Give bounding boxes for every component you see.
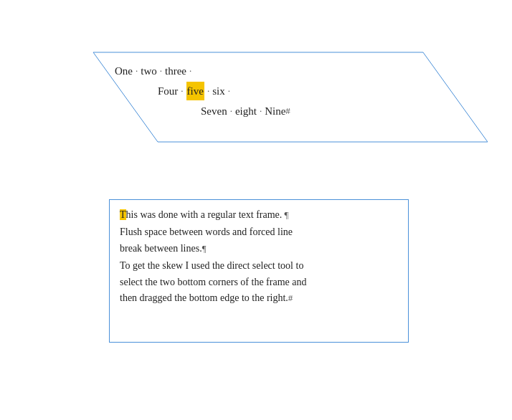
skewed-row-2: Four · five · six · bbox=[158, 82, 459, 100]
hash-1: # bbox=[285, 102, 290, 120]
text-frame-paragraph-5: select the two bottom corners of the fra… bbox=[120, 275, 398, 290]
tilde-7: · bbox=[230, 102, 232, 120]
hash-2: # bbox=[288, 292, 293, 303]
pilcrow-1: ¶ bbox=[282, 209, 288, 220]
text-frame-paragraph-1: This was done with a regular text frame.… bbox=[120, 207, 398, 223]
tilde-6: · bbox=[228, 82, 230, 100]
text-line-4: To get the skew I used the direct select… bbox=[120, 260, 303, 271]
word-nine: Nine bbox=[265, 102, 285, 120]
skewed-row-1: One · two · three · bbox=[115, 62, 459, 80]
text-line-5: select the two bottom corners of the fra… bbox=[120, 277, 306, 287]
text-frame-paragraph-2: Flush space between words and forced lin… bbox=[120, 224, 398, 240]
skewed-text-rows: One · two · three · Four · five · six · … bbox=[115, 62, 459, 120]
tilde-8: · bbox=[260, 102, 262, 120]
word-five: five bbox=[186, 82, 204, 100]
word-eight: eight bbox=[235, 102, 257, 120]
text-frame-paragraph-3: break between lines.¶ bbox=[120, 241, 398, 257]
word-one: One bbox=[115, 62, 133, 80]
skewed-row-3: Seven · eight · Nine # bbox=[201, 102, 459, 120]
highlight-char-T: T bbox=[120, 209, 126, 220]
tilde-2: · bbox=[160, 62, 162, 80]
regular-text-frame: This was done with a regular text frame.… bbox=[109, 199, 409, 343]
word-seven: Seven bbox=[201, 102, 227, 120]
tilde-3: · bbox=[189, 62, 191, 80]
text-line-6: then dragged the bottom edge to the righ… bbox=[120, 292, 288, 303]
tilde-1: · bbox=[136, 62, 138, 80]
word-six: six bbox=[212, 82, 225, 100]
skewed-text-frame: One · two · three · Four · five · six · … bbox=[72, 49, 495, 149]
word-two: two bbox=[141, 62, 157, 80]
text-frame-paragraph-6: then dragged the bottom edge to the righ… bbox=[120, 290, 398, 306]
tilde-5: · bbox=[207, 82, 209, 100]
tilde-4: · bbox=[181, 82, 183, 100]
text-line-3: break between lines. bbox=[120, 243, 202, 254]
text-line-1-rest: his was done with a regular text frame. bbox=[126, 209, 283, 220]
text-line-2: Flush space between words and forced lin… bbox=[120, 226, 293, 237]
text-frame-paragraph-4: To get the skew I used the direct select… bbox=[120, 258, 398, 274]
word-four: Four bbox=[158, 82, 178, 100]
pilcrow-2: ¶ bbox=[202, 243, 207, 254]
word-three: three bbox=[165, 62, 186, 80]
